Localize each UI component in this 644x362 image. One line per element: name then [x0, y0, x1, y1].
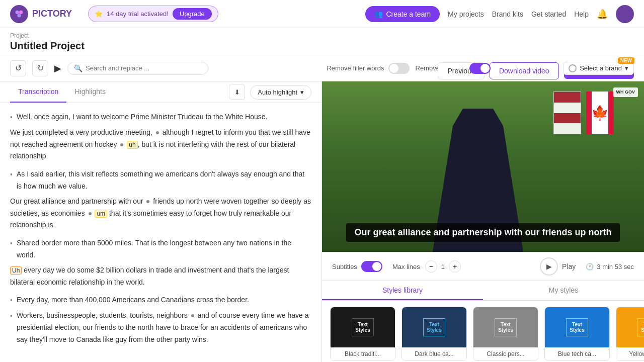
undo-button[interactable]: ↺ — [10, 60, 26, 76]
clock-icon: 🕐 — [586, 263, 594, 270]
filler-marker — [156, 131, 159, 134]
subtitle-bar: Our great alliance and partnership with … — [322, 223, 644, 242]
star-icon: ⭐ — [95, 10, 103, 18]
increment-button[interactable]: + — [449, 260, 461, 273]
tab-actions: ⬇ Auto highlight ▾ — [229, 84, 311, 100]
tab-transcription[interactable]: Transcription — [10, 81, 66, 103]
duration: 3 min 53 sec — [597, 263, 634, 270]
list-item: Shared border more than 5000 miles. That… — [10, 237, 311, 261]
subtitles-toggle[interactable] — [361, 261, 382, 272]
style-card-black[interactable]: TextStyles Black traditi... — [330, 307, 395, 361]
filler-marker — [191, 314, 194, 317]
logo[interactable]: PICTORY — [10, 5, 72, 23]
canada-flag: 🍁 — [586, 92, 614, 134]
video-area: 🍁 Our great alliance and partnership wit… — [322, 81, 644, 252]
style-card-label: Black traditi... — [331, 347, 395, 360]
max-lines-control: Max lines − 1 + — [392, 260, 461, 273]
list-item: Uh every day we do some $2 billion dolla… — [10, 264, 311, 289]
filler-marker — [146, 200, 149, 203]
style-card-label: Yellow captu... — [616, 347, 644, 360]
svg-point-2 — [17, 14, 21, 17]
style-card-blue[interactable]: TextStyles Blue tech ca... — [544, 307, 610, 361]
download-transcript-button[interactable]: ⬇ — [229, 84, 245, 100]
search-box: 🔍 — [67, 62, 208, 75]
list-item: Well, once again, I want to welcome Prim… — [10, 111, 311, 124]
trial-label: 14 day trial activated! — [107, 10, 169, 18]
svg-point-1 — [19, 10, 23, 14]
tab-highlights[interactable]: Highlights — [66, 81, 113, 103]
list-item: Workers, businesspeople, students, touri… — [10, 310, 311, 345]
subtitles-control: Subtitles — [332, 261, 382, 272]
logo-icon — [10, 5, 28, 23]
filler-word-um[interactable]: um — [95, 210, 107, 218]
play-label: Play — [562, 262, 576, 270]
search-input[interactable] — [86, 64, 202, 72]
transcript-area: Well, once again, I want to welcome Prim… — [0, 103, 321, 362]
brand-kits-link[interactable]: Brand kits — [492, 10, 523, 18]
style-card-label: Dark blue ca... — [402, 347, 466, 360]
upgrade-button[interactable]: Upgrade — [173, 8, 212, 20]
style-card-classic[interactable]: TextStyles Classic pers... — [473, 307, 538, 361]
top-nav: PICTORY ⭐ 14 day trial activated! Upgrad… — [0, 0, 644, 28]
style-cards: TextStyles Black traditi... TextStyles D… — [322, 301, 644, 362]
list-item: Our great alliance and partnership with … — [10, 196, 311, 231]
subtitles-label: Subtitles — [332, 263, 357, 270]
sub-header: Project Untitled Project Previous Downlo… — [0, 28, 644, 55]
trial-badge: ⭐ 14 day trial activated! Upgrade — [88, 6, 218, 22]
styles-section: Styles library My styles TextStyles Blac… — [322, 281, 644, 362]
main-content: Transcription Highlights ⬇ Auto highligh… — [0, 81, 644, 362]
page-title: Untitled Project — [10, 40, 634, 52]
play-button[interactable]: ▶ — [540, 257, 558, 276]
list-item: We just completed a very productive meet… — [10, 127, 311, 162]
wh-badge: WH GOV — [613, 87, 638, 97]
auto-highlight-button[interactable]: Auto highlight ▾ — [250, 85, 311, 100]
list-item: Every day, more than 400,000 Americans a… — [10, 294, 311, 307]
create-team-button[interactable]: 👥 Create a team — [365, 6, 440, 22]
filler-words-label: Remove filler words — [327, 64, 384, 72]
avatar[interactable] — [616, 5, 634, 23]
brand-chevron-icon: ▾ — [625, 64, 628, 72]
style-card-label: Blue tech ca... — [545, 347, 609, 360]
style-card-yellow[interactable]: TextStyles Yellow captu... — [616, 307, 644, 361]
auto-highlight-label: Auto highlight — [258, 88, 297, 96]
style-card-darkblue[interactable]: TextStyles Dark blue ca... — [401, 307, 467, 361]
transcript-tabs: Transcription Highlights ⬇ Auto highligh… — [0, 81, 321, 103]
filler-marker — [89, 212, 92, 215]
max-lines-value: 1 — [441, 263, 445, 270]
filler-word-uh2[interactable]: Uh — [10, 266, 22, 275]
download-video-button[interactable]: Download video — [490, 62, 559, 79]
brand-button[interactable]: NEW Select a brand ▾ — [563, 62, 634, 75]
play-control[interactable]: ▶ Play — [540, 257, 576, 276]
help-link[interactable]: Help — [574, 10, 589, 18]
silences-toggle[interactable] — [469, 63, 491, 74]
tab-styles-library[interactable]: Styles library — [322, 281, 483, 300]
brand-label: Select a brand — [580, 64, 622, 72]
filler-word-uh[interactable]: uh — [127, 141, 137, 149]
time-display: 🕐 3 min 53 sec — [586, 263, 634, 270]
right-panel: 🍁 Our great alliance and partnership wit… — [322, 81, 644, 362]
project-label: Project — [10, 32, 634, 39]
auto-highlight-chevron-icon: ▾ — [300, 88, 304, 96]
styles-tabs: Styles library My styles — [322, 281, 644, 301]
max-lines-label: Max lines — [392, 263, 420, 270]
play-arrow-button[interactable]: ▶ — [54, 63, 61, 74]
filler-marker — [120, 143, 123, 146]
team-icon: 👥 — [374, 10, 383, 18]
max-lines-stepper: − 1 + — [425, 260, 461, 273]
decrement-button[interactable]: − — [425, 260, 437, 273]
filler-words-control: Remove filler words — [327, 63, 409, 74]
left-panel: Transcription Highlights ⬇ Auto highligh… — [0, 81, 322, 362]
brand-circle-icon — [569, 64, 577, 72]
notifications-icon[interactable]: 🔔 — [597, 9, 608, 20]
list-item: As I said earlier, this visit reflects s… — [10, 168, 311, 193]
search-icon: 🔍 — [74, 64, 83, 72]
get-started-link[interactable]: Get started — [531, 10, 566, 18]
style-card-label: Classic pers... — [473, 347, 538, 360]
svg-point-0 — [16, 10, 19, 14]
us-flag — [553, 92, 581, 134]
filler-words-toggle[interactable] — [388, 63, 410, 74]
redo-button[interactable]: ↻ — [32, 60, 48, 76]
video-controls: Subtitles Max lines − 1 + ▶ Play 🕐 3 — [322, 252, 644, 281]
my-projects-link[interactable]: My projects — [448, 10, 484, 18]
tab-my-styles[interactable]: My styles — [483, 281, 644, 300]
